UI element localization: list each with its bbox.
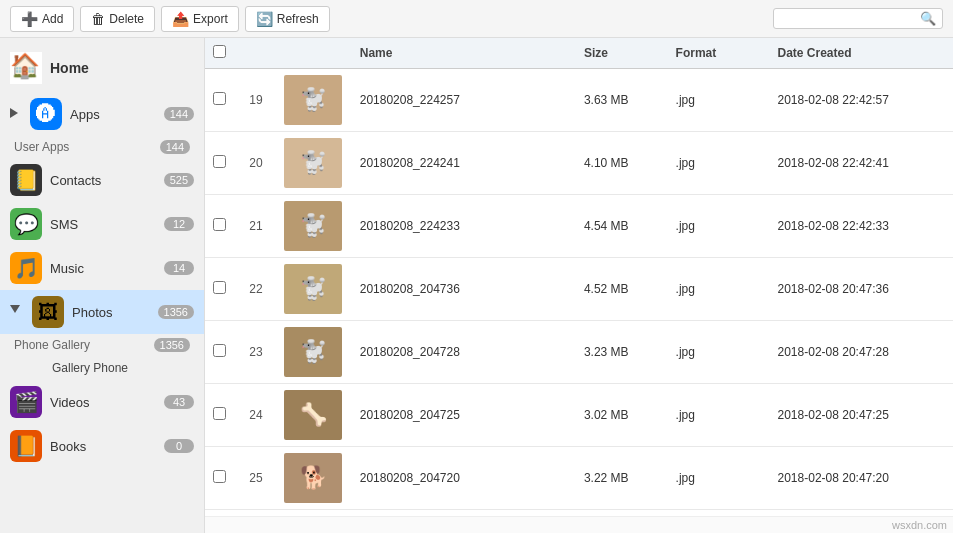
sidebar-subitem-gallery-phone[interactable]: Gallery Phone — [0, 356, 204, 380]
delete-button[interactable]: 🗑 Delete — [80, 6, 155, 32]
photos-badge: 1356 — [158, 305, 194, 319]
refresh-icon: 🔄 — [256, 11, 273, 27]
sms-badge: 12 — [164, 217, 194, 231]
sidebar-home-label: Home — [50, 60, 89, 76]
row-thumbnail: 🐩 — [276, 132, 351, 195]
books-badge: 0 — [164, 439, 194, 453]
col-format-header[interactable]: Format — [668, 38, 770, 69]
music-icon: 🎵 — [10, 252, 42, 284]
content-area: Name Size Format Date Created 19 🐩 20180… — [205, 38, 953, 533]
row-date: 2018-02-08 20:47:25 — [770, 384, 953, 447]
col-size-header[interactable]: Size — [576, 38, 668, 69]
gallery-phone-label: Gallery Phone — [52, 361, 194, 375]
row-size: 3.22 MB — [576, 447, 668, 510]
row-checkbox-cell — [205, 258, 236, 321]
row-checkbox-cell — [205, 69, 236, 132]
table-row[interactable]: 20 🐩 20180208_224241 4.10 MB .jpg 2018-0… — [205, 132, 953, 195]
add-label: Add — [42, 12, 63, 26]
home-icon: 🏠 — [10, 52, 42, 84]
sidebar-item-home[interactable]: 🏠 Home — [0, 44, 204, 92]
row-date: 2018-02-08 20:47:20 — [770, 447, 953, 510]
sms-label: SMS — [50, 217, 156, 232]
contacts-badge: 525 — [164, 173, 194, 187]
refresh-label: Refresh — [277, 12, 319, 26]
row-thumbnail: 🐕 — [276, 447, 351, 510]
apps-badge: 144 — [164, 107, 194, 121]
row-date: 2018-02-08 22:42:33 — [770, 195, 953, 258]
photos-expand-icon — [10, 305, 20, 320]
export-icon: 📤 — [172, 11, 189, 27]
main-layout: 🏠 Home 🅐 Apps 144 User Apps 144 📒 Contac… — [0, 38, 953, 533]
watermark: wsxdn.com — [205, 516, 953, 533]
col-num-header — [236, 38, 277, 69]
table-row[interactable]: 22 🐩 20180208_204736 4.52 MB .jpg 2018-0… — [205, 258, 953, 321]
add-button[interactable]: ➕ Add — [10, 6, 74, 32]
row-number: 20 — [236, 132, 277, 195]
sms-icon: 💬 — [10, 208, 42, 240]
sidebar-item-apps[interactable]: 🅐 Apps 144 — [0, 92, 204, 136]
user-apps-badge: 144 — [160, 140, 190, 154]
table-row[interactable]: 25 🐕 20180208_204720 3.22 MB .jpg 2018-0… — [205, 447, 953, 510]
row-number: 22 — [236, 258, 277, 321]
row-checkbox[interactable] — [213, 281, 226, 294]
sidebar-item-videos[interactable]: 🎬 Videos 43 — [0, 380, 204, 424]
row-thumbnail: 🐩 — [276, 195, 351, 258]
row-checkbox[interactable] — [213, 344, 226, 357]
search-box: 🔍 — [773, 8, 943, 29]
row-thumbnail: 🐩 — [276, 69, 351, 132]
table-row[interactable]: 23 🐩 20180208_204728 3.23 MB .jpg 2018-0… — [205, 321, 953, 384]
phone-gallery-group: Phone Gallery 1356 — [0, 334, 204, 356]
books-icon: 📙 — [10, 430, 42, 462]
row-size: 4.54 MB — [576, 195, 668, 258]
apps-expand-icon — [10, 108, 18, 120]
row-format: .jpg — [668, 258, 770, 321]
col-date-header[interactable]: Date Created — [770, 38, 953, 69]
file-table-body: 19 🐩 20180208_224257 3.63 MB .jpg 2018-0… — [205, 69, 953, 517]
select-all-checkbox[interactable] — [213, 45, 226, 58]
sidebar-item-music[interactable]: 🎵 Music 14 — [0, 246, 204, 290]
table-header-row: Name Size Format Date Created — [205, 38, 953, 69]
row-format: .jpg — [668, 69, 770, 132]
row-checkbox[interactable] — [213, 92, 226, 105]
table-row[interactable]: 21 🐩 20180208_224233 4.54 MB .jpg 2018-0… — [205, 195, 953, 258]
add-icon: ➕ — [21, 11, 38, 27]
sidebar-item-sms[interactable]: 💬 SMS 12 — [0, 202, 204, 246]
row-size: 4.52 MB — [576, 258, 668, 321]
row-checkbox-cell — [205, 384, 236, 447]
row-checkbox[interactable] — [213, 218, 226, 231]
export-button[interactable]: 📤 Export — [161, 6, 239, 32]
row-date: 2018-02-08 20:47:36 — [770, 258, 953, 321]
row-format: .jpg — [668, 384, 770, 447]
photos-icon: 🖼 — [32, 296, 64, 328]
table-row[interactable]: 19 🐩 20180208_224257 3.63 MB .jpg 2018-0… — [205, 69, 953, 132]
table-row[interactable]: 24 🦴 20180208_204725 3.02 MB .jpg 2018-0… — [205, 384, 953, 447]
sidebar: 🏠 Home 🅐 Apps 144 User Apps 144 📒 Contac… — [0, 38, 205, 533]
toolbar: ➕ Add 🗑 Delete 📤 Export 🔄 Refresh 🔍 — [0, 0, 953, 38]
photos-label: Photos — [72, 305, 150, 320]
col-name-header[interactable]: Name — [352, 38, 576, 69]
sidebar-item-books[interactable]: 📙 Books 0 — [0, 424, 204, 468]
contacts-icon: 📒 — [10, 164, 42, 196]
row-thumbnail: 🐩 — [276, 321, 351, 384]
user-apps-label: User Apps — [14, 140, 69, 154]
sidebar-item-contacts[interactable]: 📒 Contacts 525 — [0, 158, 204, 202]
videos-icon: 🎬 — [10, 386, 42, 418]
row-checkbox[interactable] — [213, 155, 226, 168]
row-number: 23 — [236, 321, 277, 384]
refresh-button[interactable]: 🔄 Refresh — [245, 6, 330, 32]
phone-gallery-label: Phone Gallery — [14, 338, 90, 352]
row-filename: 20180208_204728 — [352, 321, 576, 384]
row-checkbox-cell — [205, 321, 236, 384]
row-filename: 20180208_204720 — [352, 447, 576, 510]
books-label: Books — [50, 439, 156, 454]
export-label: Export — [193, 12, 228, 26]
row-checkbox[interactable] — [213, 407, 226, 420]
row-checkbox-cell — [205, 447, 236, 510]
contacts-label: Contacts — [50, 173, 156, 188]
row-checkbox[interactable] — [213, 470, 226, 483]
music-label: Music — [50, 261, 156, 276]
videos-badge: 43 — [164, 395, 194, 409]
row-checkbox-cell — [205, 195, 236, 258]
search-input[interactable] — [780, 12, 920, 26]
sidebar-item-photos[interactable]: 🖼 Photos 1356 — [0, 290, 204, 334]
